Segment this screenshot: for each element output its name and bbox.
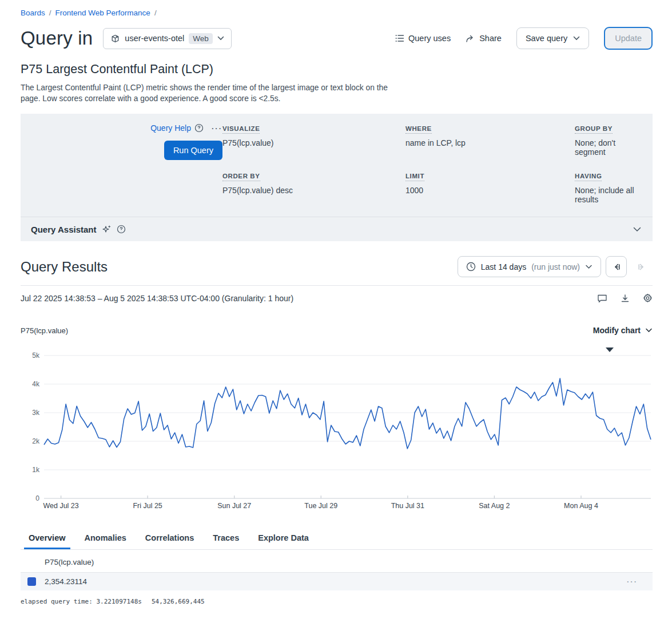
history-forward-button[interactable] bbox=[631, 256, 653, 277]
time-range-selector[interactable]: Last 14 days (run just now) bbox=[458, 256, 601, 277]
dataset-env-badge: Web bbox=[189, 33, 213, 44]
help-circle-icon bbox=[194, 123, 204, 133]
chevron-down-icon bbox=[217, 36, 224, 41]
query-assistant-bar[interactable]: Query Assistant bbox=[21, 217, 653, 241]
y-axis-tick-label: 1k bbox=[32, 466, 39, 474]
clause-group-by[interactable]: GROUP BY None; don't segment bbox=[575, 123, 642, 157]
dataset-selector[interactable]: user-events-otel Web bbox=[103, 28, 231, 49]
panel-overflow-menu[interactable]: ··· bbox=[212, 124, 222, 133]
clock-icon bbox=[466, 262, 476, 271]
chart-settings-button[interactable] bbox=[643, 293, 653, 303]
query-help-label: Query Help bbox=[150, 123, 191, 133]
update-button[interactable]: Update bbox=[604, 27, 653, 50]
clause-label: GROUP BY bbox=[575, 125, 613, 134]
download-icon bbox=[621, 294, 630, 303]
share-label: Share bbox=[479, 34, 502, 43]
chart-x-axis: Wed Jul 23Fri Jul 25Sun Jul 27Tue Jul 29… bbox=[44, 502, 651, 512]
dataset-cube-icon bbox=[110, 34, 120, 43]
query-help-link[interactable]: Query Help bbox=[150, 123, 204, 133]
y-axis-tick-label: 5k bbox=[32, 352, 39, 360]
query-assistant-label: Query Assistant bbox=[31, 225, 97, 234]
clause-value[interactable]: P75(lcp.value) desc bbox=[222, 186, 405, 195]
clause-value[interactable]: P75(lcp.value) bbox=[222, 138, 405, 147]
dataset-name: user-events-otel bbox=[125, 34, 184, 43]
y-axis-tick-label: 0 bbox=[35, 494, 39, 502]
clause-where[interactable]: WHERE name in LCP, lcp bbox=[405, 123, 575, 157]
clause-order-by[interactable]: ORDER BY P75(lcp.value) desc bbox=[222, 171, 405, 204]
comments-button[interactable] bbox=[597, 294, 607, 303]
clause-having[interactable]: HAVING None; include all results bbox=[575, 171, 642, 204]
history-back-button[interactable] bbox=[606, 256, 627, 277]
help-circle-icon[interactable] bbox=[117, 225, 126, 234]
share-icon bbox=[466, 34, 475, 43]
breadcrumb-separator: / bbox=[154, 9, 157, 17]
list-icon bbox=[395, 34, 404, 42]
clause-label: HAVING bbox=[575, 173, 602, 181]
series-color-swatch bbox=[27, 577, 36, 586]
row-overflow-menu[interactable]: ··· bbox=[627, 577, 638, 586]
clause-label: VISUALIZE bbox=[222, 125, 260, 134]
y-axis-tick-label: 3k bbox=[32, 409, 39, 417]
chevron-down-icon[interactable] bbox=[633, 227, 641, 232]
clause-value[interactable]: 1000 bbox=[405, 186, 575, 195]
query-description: The Largest Contentful Paint (LCP) metri… bbox=[21, 83, 399, 104]
x-axis-tick-label: Wed Jul 23 bbox=[43, 502, 78, 510]
x-axis-tick-label: Sun Jul 27 bbox=[217, 502, 251, 510]
download-button[interactable] bbox=[621, 294, 630, 303]
arrow-back-icon bbox=[611, 262, 621, 271]
modify-chart-button[interactable]: Modify chart bbox=[593, 326, 653, 335]
clause-value[interactable]: None; don't segment bbox=[575, 138, 642, 157]
breadcrumb: Boards / Frontend Web Performance / bbox=[21, 0, 653, 17]
y-axis-tick-label: 4k bbox=[32, 380, 39, 388]
tab-explore-data[interactable]: Explore Data bbox=[253, 529, 313, 549]
tab-traces[interactable]: Traces bbox=[208, 529, 244, 549]
query-results-heading: Query Results bbox=[21, 259, 108, 275]
clause-visualize[interactable]: VISUALIZE P75(lcp.value) bbox=[222, 123, 405, 157]
run-query-button[interactable]: Run Query bbox=[164, 141, 222, 160]
clause-value[interactable]: name in LCP, lcp bbox=[405, 138, 575, 147]
x-axis-tick-label: Thu Jul 31 bbox=[391, 502, 424, 510]
total-rows: 54,326,669,445 bbox=[152, 598, 205, 605]
query-uses-button[interactable]: Query uses bbox=[395, 34, 451, 43]
comment-icon bbox=[597, 294, 607, 303]
page-title: Query in bbox=[21, 27, 93, 49]
chevron-down-icon bbox=[645, 328, 653, 333]
clause-value[interactable]: None; include all results bbox=[575, 186, 642, 204]
page-header: Query in user-events-otel Web Query uses bbox=[21, 27, 653, 50]
elapsed-time: elapsed query time: 3.221097148s bbox=[21, 598, 142, 605]
x-axis-tick-label: Mon Aug 4 bbox=[564, 502, 598, 510]
arrow-forward-icon bbox=[637, 262, 647, 271]
time-range-label: Last 14 days bbox=[481, 262, 526, 271]
table-row[interactable]: 2,354.23114 ··· bbox=[21, 573, 653, 590]
clause-limit[interactable]: LIMIT 1000 bbox=[405, 171, 575, 204]
sparkle-icon bbox=[102, 225, 112, 234]
chevron-down-icon bbox=[573, 36, 580, 41]
tab-overview[interactable]: Overview bbox=[24, 529, 70, 549]
x-axis-tick-label: Sat Aug 2 bbox=[479, 502, 510, 510]
breadcrumb-link-boards[interactable]: Boards bbox=[21, 9, 45, 17]
modify-chart-label: Modify chart bbox=[593, 326, 641, 335]
chart-marker[interactable] bbox=[606, 348, 614, 352]
query-uses-label: Query uses bbox=[408, 34, 451, 43]
clause-label: LIMIT bbox=[405, 173, 424, 181]
results-tabs: Overview Anomalies Correlations Traces E… bbox=[21, 529, 653, 549]
breadcrumb-link-board-name[interactable]: Frontend Web Performance bbox=[55, 9, 150, 17]
tab-anomalies[interactable]: Anomalies bbox=[80, 529, 131, 549]
time-range-summary: Jul 22 2025 14:38:53 – Aug 5 2025 14:38:… bbox=[21, 294, 293, 303]
query-name-heading: P75 Largest Contentful Paint (LCP) bbox=[21, 62, 653, 77]
query-stats: elapsed query time: 3.221097148s54,326,6… bbox=[21, 598, 653, 605]
divider bbox=[21, 285, 653, 286]
chart-series-label: P75(lcp.value) bbox=[21, 326, 68, 335]
chart-y-axis: 5k4k3k2k1k0 bbox=[21, 356, 39, 498]
result-column-header: P75(lcp.value) bbox=[21, 550, 653, 572]
chart-plot[interactable] bbox=[44, 356, 651, 498]
chevron-down-icon bbox=[585, 265, 593, 269]
x-axis-tick-label: Tue Jul 29 bbox=[304, 502, 337, 510]
share-button[interactable]: Share bbox=[466, 34, 502, 43]
save-query-button[interactable]: Save query bbox=[516, 27, 589, 49]
clause-label: WHERE bbox=[405, 125, 432, 134]
lcp-line-chart[interactable]: 5k4k3k2k1k0 Wed Jul 23Fri Jul 25Sun Jul … bbox=[21, 340, 653, 508]
query-builder-panel: VISUALIZE P75(lcp.value) WHERE name in L… bbox=[21, 114, 653, 241]
breadcrumb-separator: / bbox=[49, 9, 51, 17]
tab-correlations[interactable]: Correlations bbox=[141, 529, 198, 549]
